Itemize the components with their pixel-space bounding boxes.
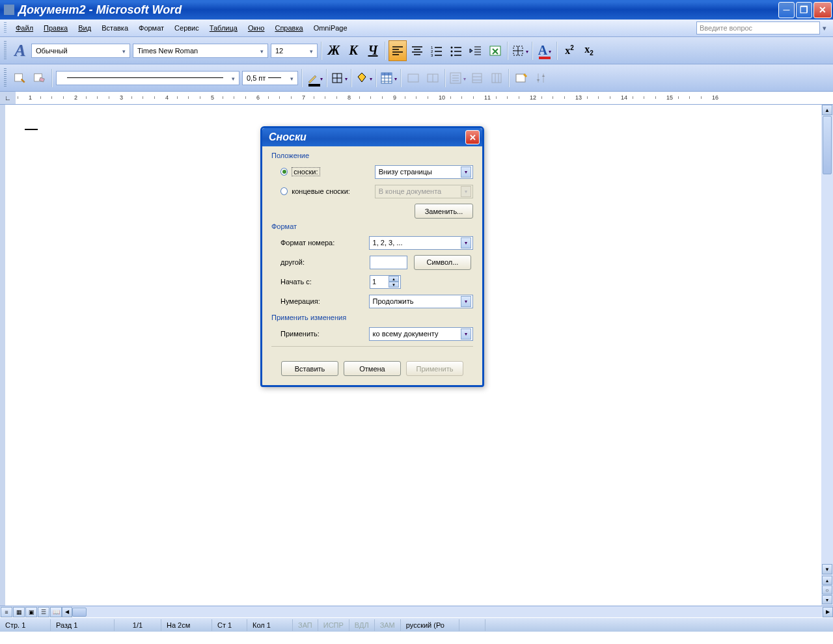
svg-rect-13: [381, 73, 392, 75]
menu-file[interactable]: Файл: [10, 22, 38, 34]
maximize-button[interactable]: ❐: [796, 2, 812, 18]
normal-view-button[interactable]: ≡: [1, 607, 12, 617]
formatting-toolbar: A Обычный Times New Roman 12 Ж К Ч 123 A…: [0, 37, 833, 64]
hscroll-left-button[interactable]: ◀: [62, 607, 72, 617]
reading-view-button[interactable]: 📖: [50, 607, 62, 617]
horizontal-ruler[interactable]: 12345678910111213141516: [16, 92, 833, 104]
shading-button[interactable]: [355, 68, 373, 88]
distribute-cols-button[interactable]: [487, 68, 506, 88]
split-cells-button[interactable]: [424, 68, 442, 88]
next-page-button[interactable]: ▾: [822, 595, 832, 604]
text-direction-button[interactable]: [532, 68, 550, 88]
hscroll-thumb[interactable]: [72, 608, 87, 617]
align-cells-button[interactable]: [448, 68, 467, 88]
vertical-scrollbar[interactable]: ▲ ▼ ▴ ○ ▾: [821, 105, 833, 606]
scroll-down-button[interactable]: ▼: [822, 564, 832, 574]
menubar-handle[interactable]: [4, 22, 7, 34]
spin-up[interactable]: ▲: [389, 276, 399, 282]
start-at-spinner[interactable]: ▲▼: [370, 275, 401, 289]
menu-omnipage[interactable]: OmniPage: [308, 22, 353, 34]
radio-footnotes-label[interactable]: сноски:: [292, 167, 320, 176]
bold-button[interactable]: Ж: [325, 40, 343, 61]
start-at-input[interactable]: [370, 278, 389, 286]
radio-endnotes[interactable]: [280, 187, 288, 195]
menu-edit[interactable]: Правка: [38, 22, 73, 34]
status-ext[interactable]: ВДЛ: [349, 619, 375, 631]
status-rec[interactable]: ЗАП: [293, 619, 318, 631]
minimize-button[interactable]: ─: [778, 2, 795, 18]
style-dropdown[interactable]: Обычный: [31, 44, 130, 58]
section-format-label: Формат: [271, 222, 473, 232]
merge-cells-button[interactable]: [404, 68, 422, 88]
draw-table-button[interactable]: [11, 68, 29, 88]
status-ovr[interactable]: ЗАМ: [375, 619, 401, 631]
insert-spreadsheet-button[interactable]: [486, 40, 504, 61]
pen-color-button[interactable]: [305, 68, 323, 88]
subscript-button[interactable]: x2: [580, 40, 598, 61]
status-trk[interactable]: ИСПР: [318, 619, 349, 631]
help-search-dropdown[interactable]: ▾: [820, 24, 829, 33]
tab-selector[interactable]: [0, 92, 16, 104]
svg-point-5: [451, 54, 453, 56]
spin-down[interactable]: ▼: [389, 282, 399, 288]
menu-help[interactable]: Справка: [269, 22, 308, 34]
font-dropdown[interactable]: Times New Roman: [133, 44, 268, 58]
prev-page-button[interactable]: ▴: [822, 576, 832, 585]
menu-service[interactable]: Сервис: [169, 22, 204, 34]
menu-table[interactable]: Таблица: [204, 22, 243, 34]
font-color-button[interactable]: A: [536, 40, 554, 61]
numbering-select[interactable]: Продолжить▾: [369, 295, 473, 308]
underline-button[interactable]: Ч: [364, 40, 382, 61]
superscript-button[interactable]: x2: [560, 40, 579, 61]
doc-left-margin: [0, 105, 5, 606]
apply-to-select[interactable]: ко всему документу▾: [369, 327, 473, 341]
toolbar-handle[interactable]: [4, 41, 7, 60]
hscroll-right-button[interactable]: ▶: [823, 607, 833, 617]
browse-object-button[interactable]: ○: [822, 585, 832, 595]
menu-window[interactable]: Окно: [243, 22, 270, 34]
styles-button[interactable]: A: [11, 40, 29, 61]
borders-button[interactable]: [511, 40, 529, 61]
line-weight-dropdown[interactable]: 0,5 пт: [242, 71, 298, 85]
custom-mark-input[interactable]: [370, 256, 407, 269]
insert-button[interactable]: Вставить: [281, 361, 338, 376]
insert-table-button[interactable]: [379, 68, 398, 88]
menu-insert[interactable]: Вставка: [96, 22, 133, 34]
symbol-button[interactable]: Символ...: [414, 255, 471, 270]
numbering-label: Нумерация:: [280, 297, 369, 305]
radio-endnotes-label[interactable]: концевые сноски:: [292, 187, 350, 195]
eraser-button[interactable]: [31, 68, 49, 88]
status-spell-icon[interactable]: [459, 619, 485, 631]
align-center-button[interactable]: [408, 40, 426, 61]
toolbar-handle-2[interactable]: [4, 68, 7, 88]
outline-view-button[interactable]: ☰: [38, 607, 49, 617]
scroll-thumb[interactable]: [823, 116, 832, 174]
line-style-dropdown[interactable]: [56, 71, 239, 85]
radio-footnotes[interactable]: [280, 168, 288, 176]
svg-rect-18: [492, 74, 501, 83]
status-lang[interactable]: русский (Ро: [401, 619, 459, 631]
dialog-titlebar[interactable]: Сноски ✕: [262, 128, 482, 146]
bullet-list-button[interactable]: [447, 40, 465, 61]
cancel-button[interactable]: Отмена: [344, 361, 401, 376]
close-button[interactable]: ✕: [813, 2, 832, 18]
number-format-select[interactable]: 1, 2, 3, ...▾: [369, 236, 473, 250]
print-view-button[interactable]: ▣: [25, 607, 37, 617]
decrease-indent-button[interactable]: [467, 40, 485, 61]
autoformat-button[interactable]: [512, 68, 530, 88]
scroll-up-button[interactable]: ▲: [822, 105, 832, 115]
help-search[interactable]: Введите вопрос: [696, 21, 820, 34]
web-view-button[interactable]: ▦: [13, 607, 25, 617]
dialog-close-button[interactable]: ✕: [465, 130, 480, 144]
fontsize-dropdown[interactable]: 12: [271, 44, 318, 58]
menu-view[interactable]: Вид: [73, 22, 96, 34]
footnote-position-select[interactable]: Внизу страницы▾: [375, 165, 473, 179]
numbered-list-button[interactable]: 123: [428, 40, 446, 61]
border-style-button[interactable]: [330, 68, 348, 88]
document-page[interactable]: Сноски ✕ Положение сноски: Внизу страниц…: [5, 105, 821, 606]
menu-format[interactable]: Формат: [133, 22, 169, 34]
italic-button[interactable]: К: [344, 40, 362, 61]
replace-button[interactable]: Заменить...: [415, 204, 473, 219]
distribute-rows-button[interactable]: [468, 68, 486, 88]
align-left-button[interactable]: [389, 40, 407, 61]
